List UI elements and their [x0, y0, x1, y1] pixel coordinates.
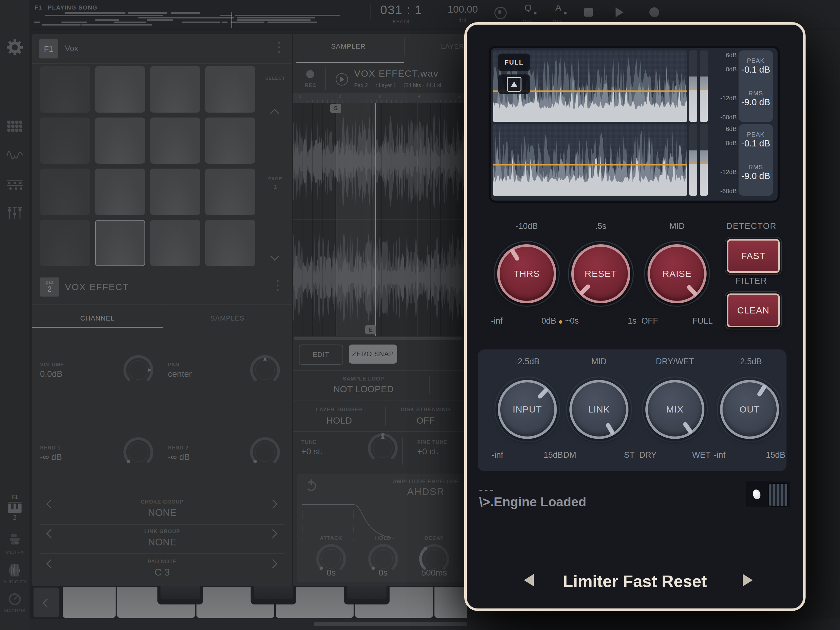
timeline-ruler[interactable]: 1 2 3 4 5 — [293, 93, 467, 103]
track-name[interactable]: Vox — [65, 44, 78, 53]
pad-name[interactable]: VOX EFFECT — [65, 282, 129, 292]
pad-note-next-button[interactable] — [270, 560, 276, 568]
song-position[interactable]: 031 : 1 — [372, 3, 431, 17]
choke-group-next-button[interactable] — [270, 501, 276, 508]
white-key[interactable] — [63, 587, 115, 618]
pad-13[interactable] — [40, 220, 90, 266]
waveform-mode-button[interactable] — [498, 74, 530, 94]
keyboard-scrollbar[interactable] — [314, 622, 467, 626]
macros-button[interactable]: MACROS — [0, 592, 30, 613]
select-label: SELECT — [260, 75, 291, 81]
black-key[interactable] — [251, 586, 296, 605]
raise-knob[interactable]: RAISE — [644, 241, 710, 307]
bank-badge-label: F1 — [44, 44, 53, 54]
pad-4[interactable] — [205, 66, 255, 112]
reset-knob[interactable]: RESET — [568, 241, 634, 307]
start-marker-line[interactable] — [336, 103, 336, 336]
end-marker-handle[interactable]: E — [365, 325, 376, 334]
end-marker-line[interactable] — [375, 103, 376, 336]
volume-knob[interactable] — [122, 353, 155, 387]
pad-10[interactable] — [95, 169, 145, 215]
divider — [293, 370, 467, 371]
engine-led-widget[interactable] — [746, 481, 790, 507]
autoplay-label[interactable]: A — [555, 2, 561, 13]
disk-streaming-value[interactable]: OFF — [385, 415, 466, 426]
preview-play-button[interactable] — [336, 73, 348, 85]
pad-7[interactable] — [150, 117, 200, 164]
song-overview-map[interactable] — [34, 12, 341, 28]
sampler-view-button[interactable] — [0, 150, 30, 160]
volume-value: 0.0dB — [40, 369, 62, 379]
record-button[interactable] — [649, 7, 659, 17]
pad-12[interactable] — [205, 169, 255, 215]
sample-waveform[interactable]: S E — [293, 103, 467, 336]
pad-menu-button[interactable] — [277, 280, 279, 291]
current-bank-indicator[interactable]: F1 2 — [0, 494, 30, 521]
detector-fast-button[interactable]: FAST — [727, 239, 780, 273]
link-knob[interactable]: LINK — [566, 377, 632, 442]
preset-next-button[interactable] — [743, 574, 753, 586]
tune-knob[interactable] — [366, 431, 400, 465]
pad-6[interactable] — [95, 117, 145, 164]
record-sample-button[interactable] — [306, 70, 314, 78]
start-marker-handle[interactable]: S — [330, 104, 341, 113]
filter-clean-button[interactable]: CLEAN — [727, 293, 780, 327]
settings-button[interactable] — [0, 40, 30, 55]
zero-snap-button[interactable]: ZERO SNAP — [349, 345, 397, 364]
pad-15[interactable] — [150, 220, 200, 266]
white-key[interactable] — [434, 587, 467, 618]
tab-sampler[interactable]: SAMPLER — [293, 43, 404, 51]
waveform-scrollbar[interactable] — [294, 337, 463, 340]
tab-samples[interactable]: SAMPLES — [163, 314, 292, 322]
full-view-button[interactable]: FULL — [498, 54, 530, 71]
threshold-knob[interactable]: THRS — [494, 241, 560, 307]
sample-layer-ref: : Layer 1 — [376, 82, 396, 89]
track-menu-button[interactable] — [278, 42, 280, 53]
pad-2[interactable] — [95, 66, 145, 112]
black-key[interactable] — [158, 586, 203, 605]
out-knob[interactable]: OUT — [717, 377, 783, 442]
sample-file-name[interactable]: VOX EFFECT.wav — [354, 68, 439, 79]
pad-11[interactable] — [150, 169, 200, 215]
sequencer-view-button[interactable] — [0, 179, 30, 190]
pad-16[interactable] — [205, 220, 255, 266]
pad-9[interactable] — [40, 169, 90, 215]
play-button[interactable] — [616, 7, 624, 17]
bank-label: F1 — [11, 494, 18, 500]
tab-channel[interactable]: CHANNEL — [32, 314, 163, 322]
pad-1[interactable] — [40, 66, 90, 112]
link-group-next-button[interactable] — [270, 530, 276, 538]
send2-knob[interactable] — [248, 435, 282, 469]
audio-fx-button[interactable]: AUDIO FX — [0, 564, 30, 584]
ruler-tick-label: 1 — [299, 93, 301, 99]
pad-14[interactable] — [95, 220, 145, 266]
send1-knob[interactable] — [122, 435, 155, 469]
bank-badge[interactable]: F1 — [39, 40, 58, 59]
sample-loop-value[interactable]: NOT LOOPED — [293, 384, 434, 394]
envelope-curve[interactable] — [301, 500, 461, 541]
metronome-record-icon[interactable] — [494, 7, 507, 19]
envelope-type[interactable]: AHDSR — [407, 486, 445, 497]
input-knob[interactable]: INPUT — [494, 377, 560, 442]
edit-button[interactable]: EDIT — [299, 345, 343, 365]
pads-page-up-button[interactable] — [272, 110, 278, 118]
mix-knob[interactable]: MIX — [642, 377, 708, 442]
midi-fx-button[interactable]: MIDI FX — [0, 534, 30, 555]
tempo-value[interactable]: 100.00 — [438, 4, 487, 15]
pads-page-down-button[interactable] — [272, 253, 278, 261]
tab-layer[interactable]: LAYER — [409, 43, 467, 51]
quantize-label[interactable]: Q — [524, 2, 532, 13]
choke-group-label: CHOKE GROUP — [32, 499, 292, 505]
pad-8[interactable] — [205, 117, 255, 164]
pad-5[interactable] — [40, 117, 90, 164]
mixer-view-button[interactable] — [0, 206, 30, 219]
active-tab-underline — [32, 327, 163, 328]
pan-knob[interactable] — [248, 353, 282, 387]
pads-view-button[interactable] — [0, 120, 30, 132]
black-key[interactable] — [344, 586, 390, 605]
layer-trigger-value[interactable]: HOLD — [293, 415, 385, 426]
power-icon[interactable] — [305, 479, 317, 492]
keyboard-scroll-left-button[interactable] — [33, 587, 59, 617]
stop-button[interactable] — [584, 8, 593, 17]
pad-3[interactable] — [150, 66, 200, 112]
